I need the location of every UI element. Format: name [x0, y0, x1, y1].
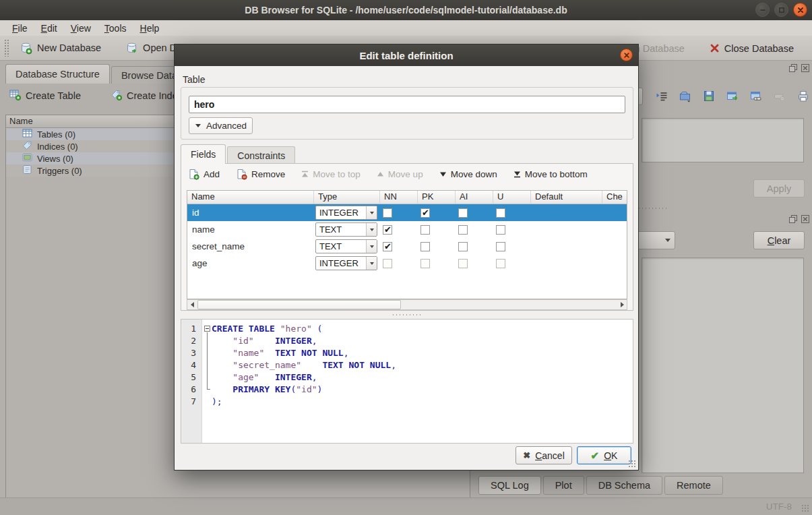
- field-row-age[interactable]: ageINTEGER: [187, 255, 627, 272]
- move-to-top-button[interactable]: Move to top: [301, 169, 361, 179]
- combo-arrow-icon[interactable]: [366, 223, 377, 236]
- dialog-splitter-handle[interactable]: [392, 313, 423, 316]
- u-checkbox[interactable]: [496, 225, 505, 235]
- menu-view[interactable]: View: [64, 22, 98, 35]
- minimize-button[interactable]: [755, 3, 770, 17]
- close-database-button[interactable]: Close Database: [704, 40, 800, 57]
- default-cell[interactable]: [531, 221, 602, 238]
- import-icon[interactable]: [678, 89, 693, 104]
- column-header-nn[interactable]: NN: [380, 191, 418, 204]
- add-button[interactable]: Add: [188, 169, 220, 180]
- column-header-u[interactable]: U: [493, 191, 531, 204]
- field-row-secret_name[interactable]: secret_nameTEXT: [187, 238, 627, 255]
- type-combobox[interactable]: TEXT: [315, 239, 377, 253]
- check-cell[interactable]: [602, 255, 627, 272]
- set-null-icon[interactable]: [772, 89, 787, 104]
- advanced-toggle-button[interactable]: Advanced: [189, 117, 253, 134]
- tab-fields[interactable]: Fields: [181, 144, 226, 164]
- default-cell[interactable]: [531, 255, 602, 272]
- column-header-default[interactable]: Default: [531, 191, 602, 204]
- column-header-ai[interactable]: AI: [456, 191, 493, 204]
- ai-checkbox[interactable]: [458, 242, 468, 251]
- grid-horizontal-scrollbar[interactable]: [187, 299, 627, 310]
- nn-checkbox[interactable]: [383, 242, 392, 251]
- clear-button[interactable]: Clear: [753, 231, 805, 249]
- dialog-resize-grip[interactable]: [628, 460, 636, 468]
- word-wrap-icon[interactable]: [654, 89, 669, 104]
- apply-cell-icon[interactable]: [725, 89, 740, 104]
- log-filter-combobox[interactable]: [633, 231, 675, 249]
- dock-close-icon[interactable]: [801, 63, 810, 73]
- resize-grip[interactable]: [801, 504, 810, 513]
- print-icon[interactable]: [796, 89, 811, 104]
- create-index-button[interactable]: Create Index: [111, 89, 183, 102]
- tab-plot[interactable]: Plot: [543, 476, 584, 495]
- check-cell[interactable]: [602, 204, 627, 221]
- type-combobox[interactable]: INTEGER: [315, 206, 377, 220]
- dock-float-icon[interactable]: [788, 63, 798, 73]
- default-cell[interactable]: [531, 204, 602, 221]
- check-cell[interactable]: [602, 238, 627, 255]
- sql-log-textarea[interactable]: [642, 258, 804, 473]
- combo-arrow-icon[interactable]: [366, 206, 377, 219]
- nn-checkbox[interactable]: [383, 208, 392, 218]
- apply-button[interactable]: Apply: [753, 179, 805, 198]
- type-combobox[interactable]: TEXT: [315, 222, 377, 237]
- move-to-bottom-button[interactable]: Move to bottom: [513, 169, 588, 179]
- create-table-button[interactable]: Create Table: [9, 89, 81, 102]
- tab-database-structure[interactable]: Database Structure: [5, 64, 110, 84]
- sql-preview-editor[interactable]: 1CREATE TABLE "hero" (2 "id" INTEGER,3 "…: [181, 319, 633, 444]
- dock-close-icon[interactable]: [801, 214, 810, 224]
- menu-edit[interactable]: Edit: [34, 22, 64, 35]
- u-checkbox[interactable]: [496, 259, 505, 268]
- move-up-button[interactable]: Move up: [377, 169, 423, 179]
- check-cell[interactable]: [602, 221, 627, 238]
- scrollbar-thumb[interactable]: [197, 300, 401, 309]
- pk-checkbox[interactable]: [420, 242, 430, 251]
- close-button[interactable]: [793, 3, 807, 17]
- nn-checkbox[interactable]: [383, 259, 392, 268]
- fold-marker-icon[interactable]: [204, 326, 210, 332]
- cell-editor-textarea[interactable]: [642, 118, 804, 162]
- u-checkbox[interactable]: [496, 242, 505, 251]
- tab-db-schema[interactable]: DB Schema: [586, 476, 662, 495]
- new-database-button[interactable]: New Database: [13, 39, 107, 57]
- dialog-close-button[interactable]: [620, 49, 633, 61]
- column-header-name[interactable]: Name: [187, 191, 314, 204]
- cancel-button[interactable]: ✖ Cancel: [516, 446, 572, 464]
- tab-remote[interactable]: Remote: [664, 476, 723, 495]
- nn-checkbox[interactable]: [383, 225, 392, 235]
- menu-tools[interactable]: Tools: [98, 22, 133, 35]
- dock-float-icon[interactable]: [788, 214, 798, 224]
- tab-sql-log[interactable]: SQL Log: [478, 476, 541, 495]
- link-icon[interactable]: [749, 89, 763, 104]
- ai-checkbox[interactable]: [458, 259, 468, 268]
- table-name-input[interactable]: [189, 96, 625, 113]
- tab-constraints[interactable]: Constraints: [227, 146, 295, 164]
- maximize-button[interactable]: [774, 3, 788, 17]
- toolbar-grip[interactable]: [4, 39, 9, 57]
- combo-arrow-icon[interactable]: [366, 257, 377, 270]
- ok-button[interactable]: ✔ OK: [577, 446, 631, 464]
- field-row-id[interactable]: idINTEGER: [187, 204, 627, 221]
- ai-checkbox[interactable]: [458, 208, 468, 218]
- scroll-left-arrow-icon[interactable]: [187, 300, 197, 309]
- scroll-right-arrow-icon[interactable]: [617, 300, 627, 309]
- remove-button[interactable]: Remove: [236, 169, 285, 180]
- u-checkbox[interactable]: [496, 208, 505, 218]
- combo-arrow-icon[interactable]: [366, 240, 377, 253]
- pk-checkbox[interactable]: [420, 259, 430, 268]
- export-icon[interactable]: [701, 89, 716, 104]
- column-header-che[interactable]: Che: [602, 191, 627, 204]
- column-header-pk[interactable]: PK: [418, 191, 456, 204]
- move-down-button[interactable]: Move down: [439, 169, 497, 179]
- menu-file[interactable]: File: [5, 22, 34, 35]
- ai-checkbox[interactable]: [458, 225, 468, 235]
- pk-checkbox[interactable]: [420, 225, 430, 235]
- field-row-name[interactable]: nameTEXT: [187, 221, 627, 238]
- default-cell[interactable]: [531, 238, 602, 255]
- pk-checkbox[interactable]: [420, 208, 430, 218]
- menu-help[interactable]: Help: [133, 22, 166, 35]
- dock-splitter-handle[interactable]: [637, 207, 668, 210]
- column-header-type[interactable]: Type: [314, 191, 380, 204]
